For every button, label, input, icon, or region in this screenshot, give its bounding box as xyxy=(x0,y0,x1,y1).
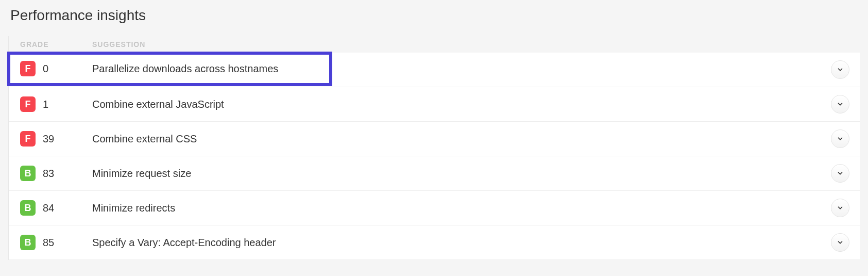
expand-button[interactable] xyxy=(831,129,849,148)
grade-score: 1 xyxy=(43,99,48,110)
grade-cell: F 1 xyxy=(20,96,92,112)
expand-button[interactable] xyxy=(831,95,849,113)
insight-row[interactable]: B 85 Specify a Vary: Accept-Encoding hea… xyxy=(9,225,860,260)
header-suggestion-label: SUGGESTION xyxy=(92,40,145,48)
chevron-down-icon xyxy=(837,135,844,142)
grade-cell: F 39 xyxy=(20,131,92,147)
grade-cell: B 84 xyxy=(20,200,92,216)
suggestion-text: Combine external JavaScript xyxy=(92,99,831,110)
suggestion-text: Minimize request size xyxy=(92,168,831,180)
grade-score: 39 xyxy=(43,133,54,145)
chevron-down-icon xyxy=(837,239,844,246)
expand-button[interactable] xyxy=(831,164,849,183)
grade-badge: B xyxy=(20,166,36,181)
page-title: Performance insights xyxy=(8,7,860,24)
chevron-down-icon xyxy=(837,170,844,177)
grade-badge: B xyxy=(20,200,36,216)
insights-panel: GRADE SUGGESTION F 0 Parallelize downloa… xyxy=(8,36,860,260)
grade-badge: F xyxy=(20,61,36,76)
insight-row[interactable]: F 0 Parallelize downloads across hostnam… xyxy=(9,53,331,85)
suggestion-text: Specify a Vary: Accept-Encoding header xyxy=(92,237,831,249)
insight-row[interactable]: F 39 Combine external CSS xyxy=(9,122,860,156)
grade-cell: F 0 xyxy=(20,61,92,76)
insight-row[interactable]: B 84 Minimize redirects xyxy=(9,191,860,225)
grade-badge: F xyxy=(20,131,36,147)
grade-badge: B xyxy=(20,235,36,250)
grade-score: 83 xyxy=(43,168,54,180)
suggestion-text: Combine external CSS xyxy=(92,133,831,145)
expand-button[interactable] xyxy=(831,233,849,252)
insights-header-row: GRADE SUGGESTION xyxy=(9,36,860,53)
grade-score: 85 xyxy=(43,237,54,249)
chevron-down-icon xyxy=(837,204,844,212)
grade-badge: F xyxy=(20,96,36,112)
grade-cell: B 85 xyxy=(20,235,92,250)
grade-score: 0 xyxy=(43,63,48,75)
insight-row[interactable]: F 1 Combine external JavaScript xyxy=(9,87,860,122)
suggestion-text: Minimize redirects xyxy=(92,202,831,214)
header-grade-label: GRADE xyxy=(20,40,92,48)
suggestion-text: Parallelize downloads across hostnames xyxy=(92,63,320,75)
grade-score: 84 xyxy=(43,202,54,214)
expand-button[interactable] xyxy=(831,60,849,79)
insight-row[interactable]: B 83 Minimize request size xyxy=(9,156,860,191)
chevron-down-icon xyxy=(837,66,844,73)
grade-cell: B 83 xyxy=(20,166,92,181)
expand-button[interactable] xyxy=(831,199,849,217)
chevron-down-icon xyxy=(837,101,844,108)
